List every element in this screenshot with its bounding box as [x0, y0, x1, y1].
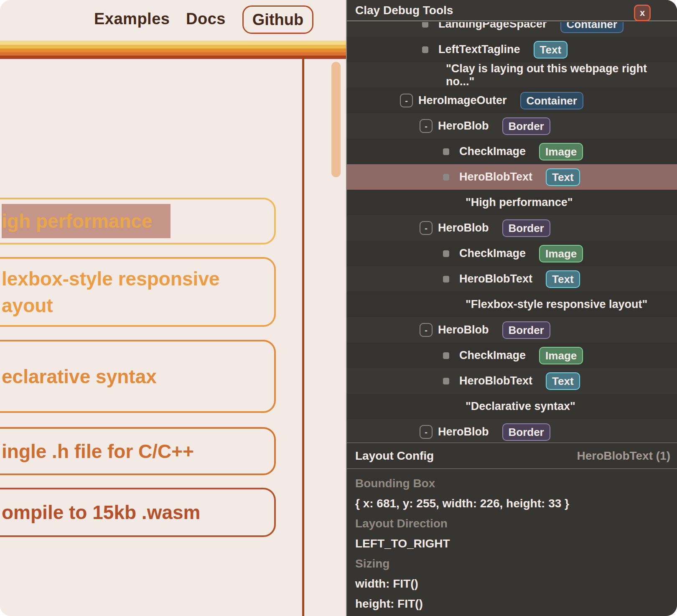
leaf-bullet-icon — [443, 276, 449, 283]
leaf-bullet-icon — [443, 250, 449, 257]
tree-element-row[interactable]: -HeroImageOuterContainer — [347, 88, 677, 113]
element-type-badge[interactable]: Image — [539, 245, 583, 262]
config-field-label: Bounding Box — [355, 473, 669, 494]
element-name: HeroBlob — [438, 221, 489, 234]
tree-element-row[interactable]: -HeroBlobBorder — [347, 419, 677, 443]
leaf-bullet-icon — [443, 352, 449, 359]
collapse-toggle-icon[interactable]: - — [420, 425, 433, 439]
hero-feature-text: ayout — [2, 292, 274, 319]
config-field-value: height: FIT() — [355, 594, 669, 614]
screenshot-root: Examples Docs Github igh performancelexb… — [0, 0, 677, 616]
element-text-content: "Flexbox-style responsive layout" — [466, 298, 647, 311]
element-text-content: "Declarative syntax" — [466, 400, 575, 413]
hero-feature-text: igh performance — [2, 204, 274, 238]
element-type-badge[interactable]: Text — [546, 168, 580, 186]
close-button[interactable]: x — [634, 5, 651, 21]
debug-highlight-overlay: igh performance — [2, 204, 171, 238]
hero-feature-box: lexbox-style responsiveayout — [0, 257, 276, 327]
clay-debug-panel: Clay Debug Tools x LandingPageSpacerCont… — [346, 0, 677, 616]
stripe-band — [0, 56, 346, 59]
tree-text-preview-row[interactable]: "Flexbox-style responsive layout" — [347, 292, 677, 317]
stripe-band — [0, 48, 346, 52]
leaf-bullet-icon — [443, 148, 449, 155]
leaf-bullet-icon — [422, 46, 428, 53]
element-type-badge[interactable]: Text — [546, 372, 580, 390]
element-name: LeftTextTagline — [438, 43, 520, 56]
element-name: HeroBlobText — [459, 272, 532, 285]
tree-element-row[interactable]: CheckImageImage — [347, 241, 677, 266]
hero-feature-text: lexbox-style responsive — [2, 265, 274, 292]
layout-config-title: Layout Config — [355, 449, 434, 463]
debug-panel-title: Clay Debug Tools — [355, 4, 453, 17]
tree-element-row[interactable]: -HeroBlobBorder — [347, 317, 677, 343]
element-type-badge[interactable]: Border — [502, 117, 550, 135]
leaf-bullet-icon — [422, 22, 428, 28]
layout-config-header: Layout Config HeroBlobText (1) — [347, 443, 677, 469]
element-name: CheckImage — [459, 247, 526, 260]
element-type-badge[interactable]: Border — [502, 423, 550, 441]
tree-element-row[interactable]: CheckImageImage — [347, 343, 677, 368]
page-column-divider — [302, 59, 304, 616]
element-name: HeroBlob — [438, 120, 489, 132]
element-name: HeroBlobText — [459, 374, 532, 387]
config-field-label: Sizing — [355, 554, 669, 574]
element-type-badge[interactable]: Container — [520, 92, 583, 109]
element-name: LandingPageSpacer — [438, 22, 547, 31]
config-field-value: LEFT_TO_RIGHT — [355, 534, 669, 554]
element-type-badge[interactable]: Border — [502, 219, 550, 237]
stripe-band — [0, 45, 346, 48]
hero-feature-text: eclarative syntax — [2, 363, 274, 390]
element-name: HeroBlobText — [459, 171, 532, 183]
config-field-value: width: FIT() — [355, 574, 669, 594]
element-type-badge[interactable]: Image — [539, 347, 583, 364]
nav-link-examples[interactable]: Examples — [94, 10, 170, 28]
element-text-content: "Clay is laying out this webpage right n… — [446, 62, 677, 88]
collapse-toggle-icon[interactable]: - — [420, 323, 433, 337]
element-type-badge[interactable]: Border — [502, 321, 550, 339]
tree-element-row[interactable]: CheckImageImage — [347, 139, 677, 164]
hero-feature-box: ingle .h file for C/C++ — [0, 427, 276, 475]
github-button[interactable]: Github — [242, 5, 313, 34]
element-name: HeroImageOuter — [418, 94, 507, 107]
stripe-band — [0, 41, 346, 45]
tree-element-row[interactable]: -HeroBlobBorder — [347, 215, 677, 241]
hero-feature-box: igh performance — [0, 198, 276, 244]
collapse-toggle-icon[interactable]: - — [400, 94, 413, 107]
element-text-content: "High performance" — [466, 196, 573, 209]
selected-element-label: HeroBlobText (1) — [577, 449, 671, 463]
tree-element-row[interactable]: -HeroBlobBorder — [347, 113, 677, 139]
hero-feature-box: eclarative syntax — [0, 340, 276, 413]
tree-text-preview-row[interactable]: "High performance" — [347, 190, 677, 215]
tree-text-preview-row[interactable]: "Declarative syntax" — [347, 394, 677, 419]
hero-feature-text: ingle .h file for C/C++ — [2, 438, 274, 465]
element-name: CheckImage — [459, 349, 526, 362]
stripe-band — [0, 52, 346, 56]
tree-element-row[interactable]: HeroBlobTextText — [347, 164, 677, 190]
element-type-badge[interactable]: Text — [546, 270, 580, 288]
tree-text-preview-row[interactable]: "Clay is laying out this webpage right n… — [347, 62, 677, 88]
element-type-badge[interactable]: Image — [539, 143, 583, 160]
element-type-badge[interactable]: Text — [534, 41, 568, 59]
element-name: HeroBlob — [438, 425, 489, 438]
leaf-bullet-icon — [443, 174, 449, 181]
element-name: HeroBlob — [438, 323, 489, 336]
hero-feature-box: ompile to 15kb .wasm — [0, 488, 276, 537]
layout-config-list: Bounding Box{ x: 681, y: 255, width: 226… — [355, 473, 669, 614]
element-name: CheckImage — [459, 145, 526, 158]
collapse-toggle-icon[interactable]: - — [420, 119, 433, 133]
element-type-badge[interactable]: Container — [560, 22, 624, 33]
website-page: Examples Docs Github igh performancelexb… — [0, 0, 346, 616]
tree-element-row[interactable]: HeroBlobTextText — [347, 266, 677, 292]
leaf-bullet-icon — [443, 378, 449, 384]
config-field-label: Layout Direction — [355, 514, 669, 534]
config-field-value: { x: 681, y: 255, width: 226, height: 33… — [355, 494, 669, 514]
collapse-toggle-icon[interactable]: - — [420, 221, 433, 235]
tree-element-row[interactable]: HeroBlobTextText — [347, 368, 677, 394]
nav-link-docs[interactable]: Docs — [186, 10, 226, 28]
hero-feature-text: ompile to 15kb .wasm — [2, 499, 274, 526]
tree-element-row[interactable]: LandingPageSpacerContainer — [347, 22, 677, 37]
page-scrollbar-thumb[interactable] — [331, 62, 341, 177]
tree-element-row[interactable]: LeftTextTaglineText — [347, 37, 677, 62]
element-tree: LandingPageSpacerContainerLeftTextTaglin… — [347, 22, 677, 443]
debug-panel-header: Clay Debug Tools — [347, 0, 677, 21]
